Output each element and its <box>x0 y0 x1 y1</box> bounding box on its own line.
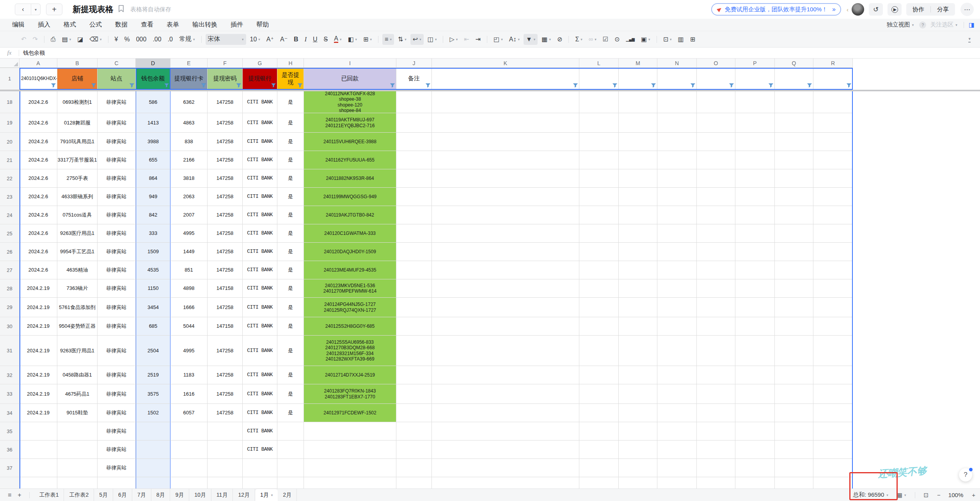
col-header-L[interactable]: L <box>579 59 619 68</box>
link-button[interactable]: ∞▾ <box>586 34 599 45</box>
cell-K26[interactable] <box>432 243 579 261</box>
text-wrap-button[interactable]: ↩▾ <box>410 34 424 45</box>
cell-I34[interactable]: 24012971FCDEWF-1502 <box>304 404 396 422</box>
cell-K32[interactable] <box>432 366 579 384</box>
cell-N30[interactable] <box>657 317 697 336</box>
tab-dec[interactable]: 12月 <box>233 489 255 501</box>
cell-D19[interactable]: 1413 <box>136 113 170 133</box>
cell-K30[interactable] <box>432 317 579 336</box>
sort-button[interactable]: A↕▾ <box>507 34 522 45</box>
col-header-B[interactable]: B <box>57 59 98 68</box>
percent-button[interactable]: % <box>122 34 132 45</box>
cell-G28[interactable]: CITI BANK <box>243 279 277 298</box>
cell-J18[interactable] <box>396 91 432 113</box>
cell-Q38[interactable] <box>775 477 813 489</box>
cell-H28[interactable]: 是 <box>277 279 304 298</box>
cell-F27[interactable]: 147258 <box>208 261 243 279</box>
cell-M25[interactable] <box>619 224 657 243</box>
cell-Q32[interactable] <box>775 366 813 384</box>
cell-H29[interactable]: 是 <box>277 298 304 317</box>
cell-F23[interactable]: 147258 <box>208 188 243 206</box>
chart-button[interactable]: ▁▄▆ <box>624 34 637 45</box>
cell-J32[interactable] <box>396 366 432 384</box>
cell-J21[interactable] <box>396 151 432 169</box>
col-header-O[interactable]: O <box>697 59 735 68</box>
row-header-26[interactable]: 26 <box>0 243 20 261</box>
cell-N23[interactable] <box>657 188 697 206</box>
cell-B20[interactable]: 7910玩具用品1 <box>57 133 98 151</box>
cell-K31[interactable] <box>432 336 579 366</box>
cell-O30[interactable] <box>697 317 735 336</box>
col-header-G[interactable]: G <box>243 59 277 68</box>
cell-B35[interactable] <box>57 422 98 441</box>
filter-icon[interactable] <box>573 83 578 88</box>
menu-formula[interactable]: 公式 <box>83 21 108 29</box>
cell-C36[interactable]: 菲律宾站 <box>98 441 136 459</box>
cell-O29[interactable] <box>697 298 735 317</box>
cell-G30[interactable]: CITI BANK <box>243 317 277 336</box>
cell-I30[interactable]: 240125S2H8GG0Y-685 <box>304 317 396 336</box>
cell-G20[interactable]: CITI BANK <box>243 133 277 151</box>
cell-I33[interactable]: 2401283FQ7R0KN-18432401283FT1EBX7-1770 <box>304 384 396 404</box>
cell-I38[interactable] <box>304 477 396 489</box>
fill-direction-button[interactable]: ▷▾ <box>447 34 460 45</box>
cell-D24[interactable]: 842 <box>136 206 170 224</box>
cell-D31[interactable]: 2504 <box>136 336 170 366</box>
cell-O18[interactable] <box>697 91 735 113</box>
col-header-C[interactable]: C <box>98 59 136 68</box>
cell-C28[interactable]: 菲律宾站 <box>98 279 136 298</box>
cell-L26[interactable] <box>579 243 619 261</box>
cell-G32[interactable]: CITI BANK <box>243 366 277 384</box>
col-header-M[interactable]: M <box>619 59 657 68</box>
cell-H35[interactable] <box>277 422 304 441</box>
cell-E30[interactable]: 5044 <box>170 317 208 336</box>
filter-icon[interactable] <box>769 83 773 88</box>
cell-L1[interactable] <box>579 68 619 90</box>
cell-E19[interactable]: 4863 <box>170 113 208 133</box>
cell-A33[interactable]: 2024.2.19 <box>20 384 57 404</box>
zoom-in-button[interactable]: + <box>972 492 975 498</box>
cell-F28[interactable]: 147158 <box>208 279 243 298</box>
cell-A21[interactable]: 2024.2.6 <box>20 151 57 169</box>
cell-E21[interactable]: 2166 <box>170 151 208 169</box>
cell-A20[interactable]: 2024.2.6 <box>20 133 57 151</box>
cell-P36[interactable] <box>735 441 775 459</box>
cell-E18[interactable]: 6362 <box>170 91 208 113</box>
cell-K19[interactable] <box>432 113 579 133</box>
row-header-23[interactable]: 23 <box>0 188 20 206</box>
row-header-20[interactable]: 20 <box>0 133 20 151</box>
cell-N19[interactable] <box>657 113 697 133</box>
cell-E25[interactable]: 4995 <box>170 224 208 243</box>
cell-M24[interactable] <box>619 206 657 224</box>
cell-M34[interactable] <box>619 404 657 422</box>
cell-L24[interactable] <box>579 206 619 224</box>
cell-A34[interactable]: 2024.2.19 <box>20 404 57 422</box>
cell-I29[interactable]: 240124PG44NJ5G-1727240125RQJ74QXN-1727 <box>304 298 396 317</box>
cell-E27[interactable]: 851 <box>170 261 208 279</box>
follow-selection-dropdown[interactable]: 关注选区 <box>930 21 953 28</box>
paste-format-button[interactable]: ▤▾ <box>60 34 74 45</box>
cell-C32[interactable]: 菲律宾站 <box>98 366 136 384</box>
cell-B23[interactable]: 4633眼镜系列 <box>57 188 98 206</box>
row-header-31[interactable]: 31 <box>0 336 20 366</box>
cell-P34[interactable] <box>735 404 775 422</box>
cell-A35[interactable] <box>20 422 57 441</box>
cell-E28[interactable]: 4898 <box>170 279 208 298</box>
cell-G37[interactable] <box>243 459 277 477</box>
grid-view-icon[interactable]: ▦▾ <box>897 492 906 499</box>
cell-G36[interactable]: CITI BANK <box>243 441 277 459</box>
cell-E36[interactable] <box>170 441 208 459</box>
sheet-list-icon[interactable]: ≡ <box>8 492 11 499</box>
cell-J26[interactable] <box>396 243 432 261</box>
cell-G24[interactable]: CITI BANK <box>243 206 277 224</box>
menu-plugin[interactable]: 插件 <box>224 21 250 29</box>
cell-E22[interactable]: 3818 <box>170 169 208 188</box>
cell-B19[interactable]: 0128舞蹈服 <box>57 113 98 133</box>
cell-B21[interactable]: 3317万圣节服装1 <box>57 151 98 169</box>
cell-N20[interactable] <box>657 133 697 151</box>
cell-N33[interactable] <box>657 384 697 404</box>
cell-Q33[interactable] <box>775 384 813 404</box>
cell-C30[interactable]: 菲律宾站 <box>98 317 136 336</box>
cell-O34[interactable] <box>697 404 735 422</box>
cell-R24[interactable] <box>813 206 853 224</box>
